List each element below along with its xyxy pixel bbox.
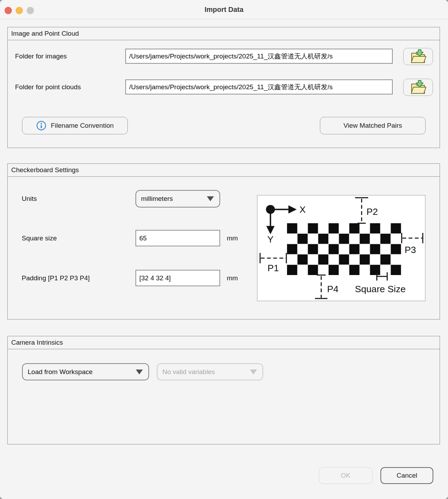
checkerboard-diagram: X Y P1 P2 P3 P4 [257, 195, 426, 301]
y-axis-label: Y [267, 234, 274, 245]
title-bar: Import Data [0, 0, 448, 19]
chevron-down-icon [250, 370, 257, 374]
import-data-dialog: Import Data Image and Point Cloud Folder… [0, 0, 448, 499]
padding-input[interactable] [135, 270, 220, 286]
intrinsics-source-dropdown[interactable]: Load from Workspace [22, 363, 149, 380]
checkerboard-grid [287, 223, 401, 275]
window-title: Import Data [0, 0, 448, 19]
p3-label: P3 [405, 245, 416, 255]
checkerboard-cells [287, 223, 401, 275]
folder-point-clouds-input[interactable] [125, 79, 393, 94]
browse-images-button[interactable] [403, 48, 433, 65]
y-arrowhead-icon [266, 226, 275, 234]
ok-button-label: OK [341, 472, 350, 479]
open-folder-import-icon [410, 80, 426, 95]
view-matched-pairs-label: View Matched Pairs [343, 122, 402, 129]
square-size-caption: Square Size [355, 284, 406, 294]
folder-images-input[interactable] [125, 49, 393, 64]
intrinsics-variables-value: No valid variables [162, 368, 250, 376]
view-matched-pairs-button[interactable]: View Matched Pairs [320, 117, 426, 134]
minimize-button-icon[interactable] [16, 7, 23, 14]
units-dropdown-value: millimeters [141, 195, 207, 203]
cancel-button-label: Cancel [397, 472, 417, 479]
x-axis-label: X [300, 204, 306, 215]
close-button-icon[interactable] [5, 7, 12, 14]
p2-label: P2 [366, 206, 378, 217]
info-icon [36, 120, 47, 131]
open-folder-import-icon [410, 49, 426, 64]
browse-point-clouds-button[interactable] [403, 79, 433, 96]
folder-point-clouds-label: Folder for point clouds [15, 79, 81, 94]
section-title: Camera Intrinsics [8, 336, 440, 349]
intrinsics-variables-dropdown: No valid variables [157, 363, 263, 380]
padding-unit: mm [227, 270, 238, 286]
filename-convention-button[interactable]: Filename Convention [22, 117, 128, 134]
units-dropdown[interactable]: millimeters [135, 190, 220, 208]
padding-label: Padding [P1 P2 P3 P4] [22, 270, 90, 286]
p1-label: P1 [267, 263, 279, 273]
section-camera-intrinsics: Camera Intrinsics [7, 336, 440, 444]
section-title: Checkerboard Settings [8, 164, 440, 177]
filename-convention-label: Filename Convention [51, 122, 114, 129]
chevron-down-icon [207, 196, 214, 201]
zoom-button-icon [27, 7, 34, 14]
square-size-label: Square size [22, 230, 57, 246]
square-size-input[interactable] [135, 230, 220, 246]
square-size-unit: mm [227, 230, 238, 246]
cancel-button[interactable]: Cancel [380, 467, 433, 484]
ok-button[interactable]: OK [319, 467, 372, 484]
section-title: Image and Point Cloud [8, 27, 440, 40]
units-label: Units [22, 190, 37, 208]
p4-label: P4 [327, 284, 339, 294]
folder-images-label: Folder for images [15, 49, 67, 64]
chevron-down-icon [136, 370, 143, 374]
intrinsics-source-value: Load from Workspace [28, 368, 136, 376]
x-arrowhead-icon [288, 205, 297, 214]
